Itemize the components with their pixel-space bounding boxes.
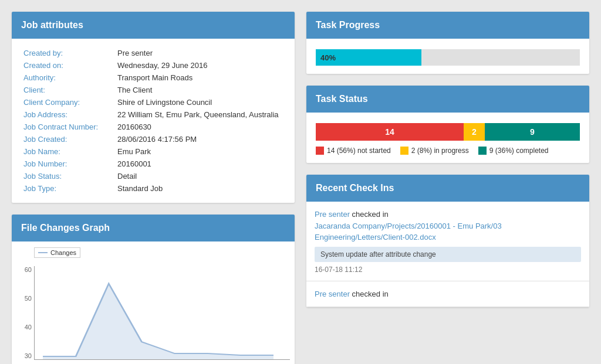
attr-value: Standard Job [115, 182, 285, 195]
checkin-action-text: checked in [352, 210, 389, 219]
status-bar: 1429 [316, 123, 580, 141]
attr-label: Authority: [21, 72, 115, 84]
attr-label: Job Name: [21, 145, 115, 158]
status-legend: 14 (56%) not started 2 (8%) in progress … [316, 147, 580, 155]
attr-row: Job Number: 20160001 [21, 158, 285, 170]
legend-dot [400, 147, 408, 155]
legend-item: 9 (36%) completed [478, 147, 549, 155]
task-status-card: Task Status 1429 14 (56%) not started 2 … [306, 86, 589, 163]
checkin-user-action: Pre senter checked in [315, 288, 581, 300]
progress-bar-container: 40% [316, 49, 580, 66]
attr-row: Job Type: Standard Job [21, 182, 285, 195]
job-attributes-header: Job attributes [12, 12, 295, 39]
y-label: 60 [17, 266, 32, 273]
attr-label: Created on: [21, 59, 115, 72]
job-attributes-table: Created by: Pre senter Created on: Wedne… [21, 47, 285, 195]
attr-value: The Client [115, 84, 285, 96]
y-label: 50 [17, 295, 32, 302]
legend-item: 14 (56%) not started [316, 147, 391, 155]
task-progress-card: Task Progress 40% [306, 12, 589, 74]
legend-line-icon [38, 252, 48, 253]
attr-value: 20160630 [115, 121, 285, 133]
task-status-header: Task Status [306, 86, 589, 113]
legend-text: 2 (8%) in progress [411, 147, 469, 155]
file-changes-graph-card: File Changes Graph Changes 60504030 [12, 215, 295, 364]
attr-row: Job Created: 28/06/2016 4:17:56 PM [21, 133, 285, 145]
checkin-path-link[interactable]: Jacaranda Company/Projects/20160001 - Em… [315, 222, 502, 242]
attr-label: Job Number: [21, 158, 115, 170]
attr-label: Job Created: [21, 133, 115, 145]
legend-label: Changes [50, 249, 76, 256]
y-label: 30 [17, 352, 32, 359]
y-axis-labels: 60504030 [17, 266, 32, 359]
checkin-user-link[interactable]: Pre senter [315, 290, 350, 298]
attr-row: Client: The Client [21, 84, 285, 96]
status-segment: 2 [464, 123, 485, 141]
checkin-user-link[interactable]: Pre senter [315, 210, 350, 219]
task-progress-header: Task Progress [306, 12, 589, 39]
attr-value: Transport Main Roads [115, 72, 285, 84]
attr-value: 20160001 [115, 158, 285, 170]
checkin-user-action: Pre senter checked in [315, 209, 581, 220]
attr-label: Job Status: [21, 170, 115, 182]
legend-dot [316, 147, 324, 155]
job-attributes-card: Job attributes Created by: Pre senter Cr… [12, 12, 295, 203]
checkin-item: Pre senter checked in Jacaranda Company/… [306, 202, 589, 281]
chart-container: 60504030 [34, 266, 290, 360]
legend-text: 14 (56%) not started [327, 147, 391, 155]
file-changes-body: Changes 60504030 [12, 241, 295, 364]
attr-value: 28/06/2016 4:17:56 PM [115, 133, 285, 145]
legend-item: 2 (8%) in progress [400, 147, 469, 155]
checkin-message: System update after attribute change [315, 247, 581, 262]
attr-row: Client Company: Shire of Livingstone Cou… [21, 96, 285, 108]
attr-label: Job Contract Number: [21, 121, 115, 133]
checkin-action-text: checked in [352, 290, 389, 298]
attr-row: Job Name: Emu Park [21, 145, 285, 158]
attr-value: Pre senter [115, 47, 285, 59]
legend-text: 9 (36%) completed [489, 147, 549, 155]
legend-dot [478, 147, 487, 155]
recent-checkins-header: Recent Check Ins [306, 175, 589, 202]
progress-label: 40% [320, 53, 336, 62]
y-label: 40 [17, 324, 32, 331]
task-status-body: 1429 14 (56%) not started 2 (8%) in prog… [306, 113, 589, 163]
status-segment: 14 [316, 123, 464, 141]
checkin-time: 16-07-18 11:12 [315, 266, 581, 274]
attr-row: Created on: Wednesday, 29 June 2016 [21, 59, 285, 72]
attr-value: Emu Park [115, 145, 285, 158]
recent-checkins-card: Recent Check Ins Pre senter checked in J… [306, 175, 589, 307]
attr-value: Wednesday, 29 June 2016 [115, 59, 285, 72]
attr-row: Job Address: 22 William St, Emu Park, Qu… [21, 108, 285, 121]
progress-bar-fill: 40% [316, 49, 421, 66]
recent-checkins-body[interactable]: Pre senter checked in Jacaranda Company/… [306, 202, 589, 307]
attr-label: Job Address: [21, 108, 115, 121]
attr-label: Client Company: [21, 96, 115, 108]
attr-row: Job Contract Number: 20160630 [21, 121, 285, 133]
attr-label: Job Type: [21, 182, 115, 195]
attr-label: Created by: [21, 47, 115, 59]
attr-row: Created by: Pre senter [21, 47, 285, 59]
attr-value: Detail [115, 170, 285, 182]
attr-label: Client: [21, 84, 115, 96]
attr-row: Job Status: Detail [21, 170, 285, 182]
attr-value: Shire of Livingstone Council [115, 96, 285, 108]
status-segment: 9 [485, 123, 580, 141]
file-changes-header: File Changes Graph [12, 215, 295, 241]
job-attributes-body: Created by: Pre senter Created on: Wedne… [12, 39, 295, 203]
chart-legend: Changes [34, 247, 80, 258]
checkin-item: Pre senter checked in [306, 281, 589, 308]
attr-value: 22 William St, Emu Park, Queensland, Aus… [115, 108, 285, 121]
chart-svg [35, 266, 290, 359]
task-progress-body: 40% [306, 39, 589, 74]
attr-row: Authority: Transport Main Roads [21, 72, 285, 84]
